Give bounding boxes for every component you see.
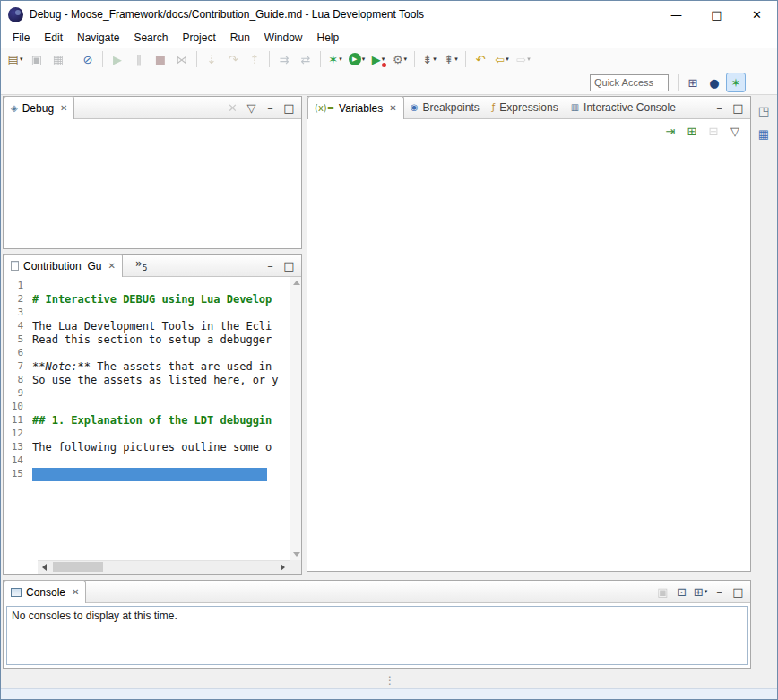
close-tab-icon[interactable]: ✕ xyxy=(72,587,79,597)
editor-line[interactable]: 3 xyxy=(4,307,290,320)
editor-line[interactable]: 4The Lua Development Tools in the Ecli xyxy=(4,320,290,333)
view-menu-icon[interactable]: ▽ xyxy=(725,121,745,141)
menu-search[interactable]: Search xyxy=(126,29,175,47)
dropdown-caret-icon[interactable]: ▾ xyxy=(705,588,708,595)
run-icon[interactable]: ▶▾ xyxy=(347,49,367,69)
dropdown-caret-icon[interactable]: ▾ xyxy=(362,56,366,63)
line-number[interactable]: 10 xyxy=(4,401,32,414)
line-number[interactable]: 7 xyxy=(4,360,32,374)
close-window-button[interactable]: ✕ xyxy=(737,1,777,28)
sash-handle[interactable]: ⋮ xyxy=(385,675,395,686)
menu-window[interactable]: Window xyxy=(257,29,310,47)
resume-icon[interactable]: ▶ xyxy=(108,49,127,69)
line-number[interactable]: 6 xyxy=(4,347,32,360)
line-number[interactable]: 13 xyxy=(4,441,32,454)
step-return-icon[interactable]: ⇡ xyxy=(245,49,264,69)
use-step-filters-icon[interactable]: ⇉ xyxy=(274,49,294,69)
line-number[interactable]: 8 xyxy=(4,374,32,387)
show-type-names-icon[interactable]: ⇥ xyxy=(661,121,680,141)
tab-console[interactable]: Console ✕ xyxy=(4,580,86,603)
line-number[interactable]: 1 xyxy=(4,280,32,293)
skip-all-breakpoints-icon[interactable]: ⊘ xyxy=(78,49,98,69)
line-number[interactable]: 4 xyxy=(4,320,32,333)
pin-console-icon[interactable]: ▣ xyxy=(654,583,671,601)
tab-expressions[interactable]: ƒExpressions xyxy=(486,96,565,118)
menu-file[interactable]: File xyxy=(5,29,37,47)
editor-line[interactable]: 9 xyxy=(4,387,290,401)
maximize-window-button[interactable]: □ xyxy=(696,1,737,28)
maximize-icon[interactable]: □ xyxy=(281,257,298,274)
dropdown-caret-icon[interactable]: ▾ xyxy=(433,56,437,63)
forward-icon[interactable]: ⇨▾ xyxy=(514,49,533,69)
terminate-icon[interactable]: ■ xyxy=(151,49,170,69)
tab-breakpoints[interactable]: ◉Breakpoints xyxy=(404,96,486,118)
editor-horizontal-scrollbar[interactable] xyxy=(38,560,290,574)
tab-overflow-chevron-icon[interactable]: »5 xyxy=(135,257,148,272)
editor-line[interactable]: 12 xyxy=(4,428,290,441)
restart-icon[interactable]: ⇄ xyxy=(296,49,316,69)
minimize-window-button[interactable]: — xyxy=(656,1,696,28)
next-annotation-icon[interactable]: ⇟▾ xyxy=(419,49,439,69)
external-tools-icon[interactable]: ⚙▾ xyxy=(390,49,410,69)
minimize-icon[interactable]: – xyxy=(262,99,279,117)
remove-all-terminated-icon[interactable]: ✕ xyxy=(224,99,241,117)
tab-interactive-console[interactable]: ▥Interactive Console xyxy=(565,96,682,118)
maximize-icon[interactable]: □ xyxy=(730,583,747,601)
last-edit-location-icon[interactable]: ↶ xyxy=(471,49,490,69)
show-logical-structures-icon[interactable]: ⊞ xyxy=(682,121,702,141)
quick-access-input[interactable] xyxy=(590,74,669,91)
line-number[interactable]: 14 xyxy=(4,454,32,468)
close-tab-icon[interactable]: ✕ xyxy=(389,103,396,113)
dropdown-caret-icon[interactable]: ▾ xyxy=(527,56,531,63)
line-number[interactable]: 11 xyxy=(4,414,32,428)
dropdown-caret-icon[interactable]: ▾ xyxy=(20,56,23,63)
open-perspective-icon[interactable]: ⊞ xyxy=(683,73,703,92)
suspend-icon[interactable]: ‖ xyxy=(129,49,149,69)
step-into-icon[interactable]: ⇣ xyxy=(202,49,221,69)
line-number[interactable]: 3 xyxy=(4,307,32,320)
open-console-icon[interactable]: ⊞▾ xyxy=(692,583,709,601)
line-number[interactable]: 2 xyxy=(4,293,32,307)
tab-variables[interactable]: (x)=Variables✕ xyxy=(307,96,404,119)
dropdown-caret-icon[interactable]: ▾ xyxy=(382,56,385,63)
horizontal-scroll-thumb[interactable] xyxy=(53,562,103,572)
restore-minimized-view-icon[interactable]: ◳ xyxy=(754,100,774,120)
minimize-icon[interactable]: – xyxy=(711,583,728,601)
editor-lines[interactable]: 12# Interactive DEBUG using Lua Develop3… xyxy=(4,277,290,560)
editor-line[interactable]: 11## 1. Explanation of the LDT debuggin xyxy=(4,414,290,428)
debug-icon[interactable]: ✶▾ xyxy=(325,49,345,69)
view-menu-icon[interactable]: ▽ xyxy=(243,99,260,117)
maximize-icon[interactable]: □ xyxy=(281,99,298,117)
new-wizard-icon[interactable]: ▤▾ xyxy=(5,49,25,69)
scroll-right-arrow-icon[interactable] xyxy=(276,561,290,574)
scroll-up-arrow-icon[interactable] xyxy=(293,281,300,285)
editor-line[interactable]: 10 xyxy=(4,401,290,414)
display-selected-console-icon[interactable]: ⊡ xyxy=(673,583,690,601)
editor-line[interactable]: 13The following pictures outline some o xyxy=(4,441,290,454)
scroll-down-arrow-icon[interactable] xyxy=(293,552,300,557)
close-tab-icon[interactable]: ✕ xyxy=(108,261,115,271)
editor-vertical-scrollbar[interactable] xyxy=(290,277,301,560)
minimized-view-icon[interactable]: ▦ xyxy=(754,124,774,143)
minimize-icon[interactable]: – xyxy=(711,99,728,117)
collapse-all-icon[interactable]: ⊟ xyxy=(704,121,723,141)
debug-perspective-icon[interactable]: ✶ xyxy=(726,73,746,92)
line-number[interactable]: 9 xyxy=(4,387,32,401)
step-over-icon[interactable]: ↷ xyxy=(223,49,243,69)
editor-line[interactable]: 5Read this section to setup a debugger xyxy=(4,333,290,347)
menu-run[interactable]: Run xyxy=(223,29,257,47)
titlebar[interactable]: Debug - Moose_Framework/docs/Contributio… xyxy=(1,1,777,28)
tab-debug[interactable]: ◈ Debug ✕ xyxy=(4,96,74,119)
editor-line[interactable]: 14 xyxy=(4,454,290,468)
menu-project[interactable]: Project xyxy=(175,29,222,47)
editor-line[interactable]: 1 xyxy=(4,280,290,293)
menu-edit[interactable]: Edit xyxy=(37,29,70,47)
dropdown-caret-icon[interactable]: ▾ xyxy=(404,56,408,63)
dropdown-caret-icon[interactable]: ▾ xyxy=(506,56,509,63)
line-number[interactable]: 5 xyxy=(4,333,32,347)
editor-line[interactable]: 7**Note:** The assets that are used in xyxy=(4,360,290,374)
line-number[interactable]: 15 xyxy=(4,468,32,481)
editor-line[interactable]: 6 xyxy=(4,347,290,360)
dropdown-caret-icon[interactable]: ▾ xyxy=(454,56,458,63)
editor-line[interactable]: 8So use the assets as listed here, or y xyxy=(4,374,290,387)
